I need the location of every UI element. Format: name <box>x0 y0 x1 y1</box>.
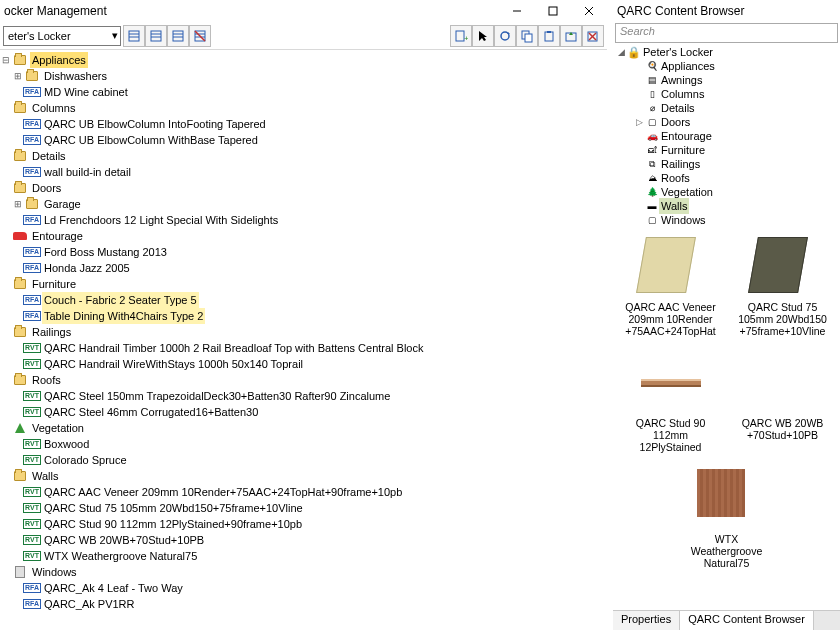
thumb-caption: QARC WB 20WB+70Stud+10PB <box>742 417 824 441</box>
rvt-file-icon: RVT <box>24 405 40 419</box>
tree-row[interactable]: ·Doors <box>0 180 607 196</box>
category-row[interactable]: ·▬Walls <box>615 199 838 213</box>
close-button[interactable] <box>575 2 603 20</box>
category-row[interactable]: ·⛰Roofs <box>615 171 838 185</box>
content-browser-pane: QARC Content Browser Search ◢🔒Peter's Lo… <box>613 0 840 630</box>
rfa-file-icon: RFA <box>24 165 40 179</box>
tree-row[interactable]: ·Roofs <box>0 372 607 388</box>
thumb-item[interactable]: QARC Stud 75105mm 20Wbd150+75frame+10Vli… <box>737 237 829 337</box>
tree-row[interactable]: ·RVTQARC Stud 75 105mm 20Wbd150+75frame+… <box>0 500 607 516</box>
tree-row[interactable]: ·RVTQARC Handrail Timber 1000h 2 Rail Br… <box>0 340 607 356</box>
tree-row[interactable]: ·RVTWTX Weathergroove Natural75 <box>0 548 607 564</box>
view-medium-button[interactable] <box>145 25 167 47</box>
refresh-button[interactable] <box>494 25 516 47</box>
rfa-file-icon: RFA <box>24 581 40 595</box>
nav-up-button[interactable] <box>560 25 582 47</box>
collapse-icon[interactable]: ◢ <box>615 44 627 60</box>
expand-icon[interactable]: ⊞ <box>12 68 24 84</box>
rfa-file-icon: RFA <box>24 293 40 307</box>
tree-label: WTX Weathergroove Natural75 <box>42 548 199 564</box>
tree-row[interactable]: ·Columns <box>0 100 607 116</box>
thumb-item[interactable]: QARC AAC Veneer209mm 10Render+75AAC+24To… <box>625 237 717 337</box>
footer-tab[interactable]: QARC Content Browser <box>680 611 814 630</box>
tree-row[interactable]: ·RFAMD Wine cabinet <box>0 84 607 100</box>
thumb-item[interactable]: QARC WB 20WB+70Stud+10PB <box>737 353 829 453</box>
delete-x-button[interactable] <box>582 25 604 47</box>
maximize-button[interactable] <box>539 2 567 20</box>
tree-row[interactable]: ·Furniture <box>0 276 607 292</box>
tree-row[interactable]: ·Windows <box>0 564 607 580</box>
tree-row[interactable]: ·Entourage <box>0 228 607 244</box>
tree-row[interactable]: ·RVTQARC Handrail WireWithStays 1000h 50… <box>0 356 607 372</box>
copy-button[interactable] <box>516 25 538 47</box>
category-row[interactable]: ·⧉Railings <box>615 157 838 171</box>
tree-row[interactable]: ·RFAQARC UB ElbowColumn WithBase Tapered <box>0 132 607 148</box>
category-row[interactable]: ▷▢Doors <box>615 115 838 129</box>
expand-icon[interactable]: ▷ <box>633 114 645 130</box>
collapse-icon[interactable]: ⊟ <box>0 52 12 68</box>
tree-row[interactable]: ·Details <box>0 148 607 164</box>
thumb-item[interactable]: WTXWeathergrooveNatural75 <box>681 469 773 569</box>
tree-row[interactable]: ·Railings <box>0 324 607 340</box>
tree-row[interactable]: ⊞Garage <box>0 196 607 212</box>
footer-tab[interactable]: Properties <box>613 611 680 630</box>
tree-row[interactable]: ⊞Dishwashers <box>0 68 607 84</box>
tree-row[interactable]: ·RVTQARC Stud 90 112mm 12PlyStained+90fr… <box>0 516 607 532</box>
locker-tree[interactable]: ⊟Appliances⊞Dishwashers·RFAMD Wine cabin… <box>0 50 607 630</box>
thumb-item[interactable]: QARC Stud 90112mm12PlyStained <box>625 353 717 453</box>
tree-row[interactable]: ·RFAQARC_Ak PV1RR <box>0 596 607 612</box>
expand-icon[interactable]: ⊞ <box>12 196 24 212</box>
tree-row[interactable]: ·RFALd Frenchdoors 12 Light Special With… <box>0 212 607 228</box>
tree-label: Boxwood <box>42 436 91 452</box>
category-tree[interactable]: ◢🔒Peter's Locker·🍳Appliances·▤Awnings·▯C… <box>613 45 840 227</box>
tree-row[interactable]: ·RVTQARC WB 20WB+70Stud+10PB <box>0 532 607 548</box>
tree-row[interactable]: ·RFAQARC_Ak 4 Leaf - Two Way <box>0 580 607 596</box>
cabinet-icon <box>12 565 28 579</box>
tree-row[interactable]: ·RVTBoxwood <box>0 436 607 452</box>
tree-row[interactable]: ·RFAQARC UB ElbowColumn IntoFooting Tape… <box>0 116 607 132</box>
tree-row[interactable]: ·RFAHonda Jazz 2005 <box>0 260 607 276</box>
tree-row[interactable]: ·RVTQARC Steel 46mm Corrugated16+Batten3… <box>0 404 607 420</box>
select-button[interactable] <box>472 25 494 47</box>
category-row[interactable]: ·🍳Appliances <box>615 59 838 73</box>
category-row[interactable]: ·▤Awnings <box>615 73 838 87</box>
category-row[interactable]: ·🌲Vegetation <box>615 185 838 199</box>
rvt-file-icon: RVT <box>24 357 40 371</box>
tree-row[interactable]: ·RFAFord Boss Mustang 2013 <box>0 244 607 260</box>
category-row[interactable]: ·🛋Furniture <box>615 143 838 157</box>
left-titlebar: ocker Management <box>0 0 607 22</box>
tree-row[interactable]: ·Vegetation <box>0 420 607 436</box>
category-row[interactable]: ·⌀Details <box>615 101 838 115</box>
category-row[interactable]: ·▯Columns <box>615 87 838 101</box>
tree-label: Couch - Fabric 2 Seater Type 5 <box>42 292 199 308</box>
category-row[interactable]: ·🚗Entourage <box>615 129 838 143</box>
root-node[interactable]: ◢🔒Peter's Locker <box>615 45 838 59</box>
view-list-button[interactable] <box>123 25 145 47</box>
folder-icon <box>24 69 40 83</box>
tree-row[interactable]: ·Walls <box>0 468 607 484</box>
minimize-button[interactable] <box>503 2 531 20</box>
tree-label: wall build-in detail <box>42 164 133 180</box>
rfa-file-icon: RFA <box>24 597 40 611</box>
tree-label: QARC Steel 150mm TrapezoidalDeck30+Batte… <box>42 388 392 404</box>
tree-row[interactable]: ·RFAwall build-in detail <box>0 164 607 180</box>
win-icon: ▢ <box>645 212 659 228</box>
rfa-file-icon: RFA <box>24 213 40 227</box>
tree-row[interactable]: ·RVTQARC AAC Veneer 209mm 10Render+75AAC… <box>0 484 607 500</box>
category-row[interactable]: ·▢Windows <box>615 213 838 227</box>
tree-row[interactable]: ·RVTQARC Steel 150mm TrapezoidalDeck30+B… <box>0 388 607 404</box>
locker-select[interactable]: eter's Locker ▾ <box>3 26 121 46</box>
tree-row[interactable]: ·RVTColorado Spruce <box>0 452 607 468</box>
add-button[interactable]: + <box>450 25 472 47</box>
view-clear-button[interactable] <box>189 25 211 47</box>
search-input[interactable]: Search <box>615 23 838 43</box>
paste-button[interactable] <box>538 25 560 47</box>
folder-icon <box>12 325 28 339</box>
tree-label: Dishwashers <box>42 68 109 84</box>
tree-row[interactable]: ⊟Appliances <box>0 52 607 68</box>
tree-label: QARC Handrail Timber 1000h 2 Rail Breadl… <box>42 340 425 356</box>
tree-row[interactable]: ·RFACouch - Fabric 2 Seater Type 5 <box>0 292 607 308</box>
svg-rect-7 <box>151 31 161 41</box>
view-large-button[interactable] <box>167 25 189 47</box>
tree-row[interactable]: ·RFATable Dining With4Chairs Type 2 <box>0 308 607 324</box>
